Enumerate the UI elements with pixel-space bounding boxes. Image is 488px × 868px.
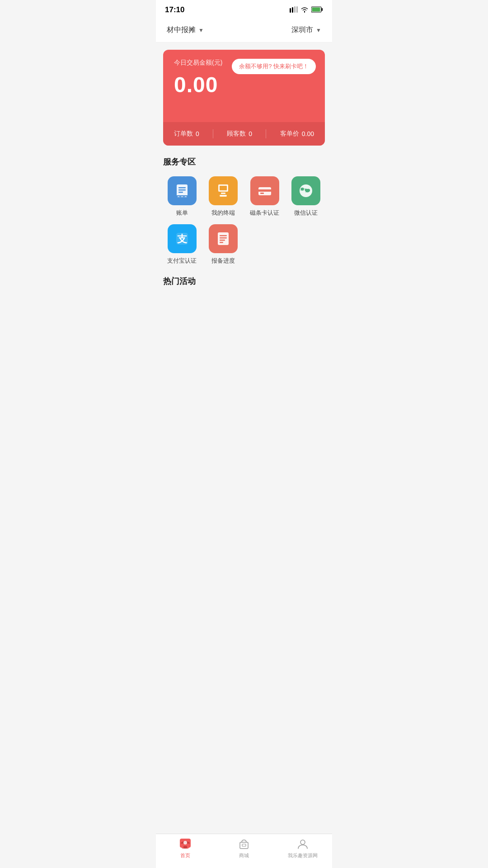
store-selector[interactable]: 材中报摊 ▼ xyxy=(167,25,204,35)
city-name: 深圳市 xyxy=(291,25,313,35)
service-label-terminal: 我的终端 xyxy=(211,209,235,217)
svg-rect-5 xyxy=(322,8,323,11)
nav-label-shop: 商城 xyxy=(239,852,249,859)
nav-item-home[interactable]: 首页 xyxy=(156,838,215,859)
stat-customers: 顾客数 0 xyxy=(227,130,252,138)
service-label-wechat: 微信认证 xyxy=(294,209,318,217)
service-label-bill: 账单 xyxy=(176,209,188,217)
service-icon-terminal xyxy=(209,176,238,205)
service-grid: 账单 我的终端 xyxy=(163,176,325,265)
transaction-card: 今日交易金额(元) 0.00 余额不够用? 快来刷卡吧！ 订单数 0 顾客数 0… xyxy=(163,50,325,146)
stat-customers-value: 0 xyxy=(249,130,252,137)
svg-rect-10 xyxy=(178,192,183,193)
nav-item-profile[interactable]: 我乐趣资源网 xyxy=(273,838,332,859)
svg-rect-7 xyxy=(177,184,188,197)
service-label-magcard: 磁条卡认证 xyxy=(250,209,279,217)
svg-point-28 xyxy=(183,841,187,844)
svg-rect-3 xyxy=(296,6,298,13)
svg-rect-13 xyxy=(221,193,225,194)
service-item-report[interactable]: 报备进度 xyxy=(205,224,243,265)
city-selector[interactable]: 深圳市 ▼ xyxy=(291,25,321,35)
stat-avg-label: 客单价 xyxy=(280,130,299,138)
header: 材中报摊 ▼ 深圳市 ▼ xyxy=(156,20,332,42)
service-label-report: 报备进度 xyxy=(211,257,235,265)
svg-rect-14 xyxy=(220,195,227,197)
svg-rect-22 xyxy=(220,235,227,236)
store-dropdown-arrow: ▼ xyxy=(198,27,204,33)
card-top: 今日交易金额(元) 0.00 余额不够用? 快来刷卡吧！ xyxy=(163,50,325,122)
svg-rect-2 xyxy=(294,6,296,13)
stat-customers-label: 顾客数 xyxy=(227,130,246,138)
hot-section-title: 热门活动 xyxy=(163,276,325,287)
nav-item-shop[interactable]: 商城 xyxy=(215,838,273,859)
bottom-spacer xyxy=(163,297,325,334)
svg-rect-0 xyxy=(290,8,291,13)
svg-point-32 xyxy=(300,840,305,844)
svg-rect-16 xyxy=(258,189,271,192)
card-bottom: 订单数 0 顾客数 0 客单价 0.00 xyxy=(163,122,325,146)
service-section: 服务专区 账单 xyxy=(163,156,325,265)
service-item-alipay[interactable]: 支 支付宝认证 xyxy=(163,224,201,265)
svg-rect-21 xyxy=(218,232,229,245)
stat-divider-2 xyxy=(266,129,266,138)
stat-orders-label: 订单数 xyxy=(174,130,193,138)
svg-rect-9 xyxy=(178,189,186,191)
nav-label-home: 首页 xyxy=(180,852,190,859)
stat-avg: 客单价 0.00 xyxy=(280,130,314,138)
svg-rect-25 xyxy=(220,242,223,243)
main-content: 今日交易金额(元) 0.00 余额不够用? 快来刷卡吧！ 订单数 0 顾客数 0… xyxy=(156,42,332,341)
service-section-title: 服务专区 xyxy=(163,156,325,167)
stat-orders-value: 0 xyxy=(196,130,199,137)
store-name: 材中报摊 xyxy=(167,25,196,35)
svg-rect-8 xyxy=(178,187,186,189)
nav-icon-home xyxy=(179,838,192,850)
svg-rect-23 xyxy=(220,237,227,239)
stat-orders: 订单数 0 xyxy=(174,130,199,138)
service-item-magcard[interactable]: 磁条卡认证 xyxy=(246,176,284,217)
service-icon-bill xyxy=(168,176,197,205)
wifi-icon xyxy=(300,6,309,14)
nav-icon-profile xyxy=(296,838,309,850)
svg-rect-17 xyxy=(260,193,264,194)
sim-icon xyxy=(290,6,298,14)
svg-rect-1 xyxy=(292,7,293,13)
nav-icon-shop xyxy=(238,838,250,850)
nav-label-profile: 我乐趣资源网 xyxy=(288,852,318,859)
bottom-nav: 首页 商城 我乐趣资源网 xyxy=(156,834,332,868)
card-amount: 0.00 xyxy=(174,72,314,97)
status-time: 17:10 xyxy=(165,5,184,14)
service-item-wechat[interactable]: 微信认证 xyxy=(287,176,325,217)
stat-avg-value: 0.00 xyxy=(302,130,314,137)
svg-rect-24 xyxy=(220,240,225,241)
service-icon-magcard xyxy=(250,176,279,205)
card-promo[interactable]: 余额不够用? 快来刷卡吧！ xyxy=(232,59,316,74)
svg-rect-6 xyxy=(312,7,320,11)
svg-rect-12 xyxy=(220,186,227,190)
status-bar: 17:10 xyxy=(156,0,332,20)
city-dropdown-arrow: ▼ xyxy=(316,27,321,33)
svg-rect-29 xyxy=(183,846,187,849)
battery-icon xyxy=(311,6,323,14)
service-icon-wechat xyxy=(291,176,320,205)
svg-rect-30 xyxy=(240,842,248,849)
service-icon-report xyxy=(209,224,238,253)
status-icons xyxy=(290,6,323,14)
service-item-terminal[interactable]: 我的终端 xyxy=(205,176,243,217)
svg-rect-31 xyxy=(242,844,246,846)
service-icon-alipay: 支 xyxy=(168,224,197,253)
stat-divider-1 xyxy=(213,129,213,138)
svg-text:支: 支 xyxy=(177,233,188,245)
service-label-alipay: 支付宝认证 xyxy=(167,257,197,265)
hot-section: 热门活动 xyxy=(163,276,325,287)
service-item-bill[interactable]: 账单 xyxy=(163,176,201,217)
